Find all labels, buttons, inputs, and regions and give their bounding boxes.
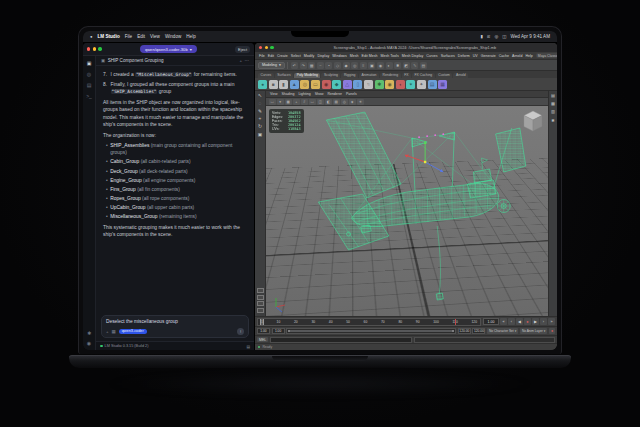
panel-menu-item[interactable]: Renderer: [327, 92, 342, 96]
res-gate-icon[interactable]: ◫: [317, 99, 324, 105]
discover-icon[interactable]: ◎: [87, 72, 91, 77]
maya-menu-item[interactable]: UV: [473, 54, 478, 58]
cone-icon[interactable]: ▲: [290, 80, 299, 89]
sphere-icon[interactable]: ●: [258, 80, 267, 89]
panel-menu-item[interactable]: Panels: [346, 92, 357, 96]
mel-language-toggle[interactable]: MEL: [257, 337, 268, 342]
eject-model-button[interactable]: Eject: [235, 46, 250, 53]
maya-menu-item[interactable]: Arnold: [512, 54, 522, 58]
playback-end-field[interactable]: 120.00: [458, 328, 471, 335]
plane-icon[interactable]: ▭: [311, 80, 320, 89]
menubar-item[interactable]: Window: [165, 34, 181, 39]
maya-menu-item[interactable]: Cache: [499, 54, 509, 58]
wifi-icon[interactable]: ≋: [487, 34, 491, 39]
send-button[interactable]: ↑: [237, 328, 244, 335]
maya-menu-item[interactable]: Select: [291, 54, 301, 58]
current-frame-marker[interactable]: [260, 319, 264, 325]
single-pane-layout-button[interactable]: [257, 288, 264, 293]
platonic-icon[interactable]: ◆: [332, 80, 341, 89]
scale-icon[interactable]: ▣: [258, 133, 263, 138]
lighting-icon[interactable]: ☀: [357, 99, 364, 105]
workspace-selector[interactable]: Maya Classic ▾: [536, 53, 557, 58]
soccer-icon[interactable]: ◉: [385, 80, 394, 89]
render-icon[interactable]: ◉: [377, 62, 384, 69]
menubar-item[interactable]: Edit: [137, 34, 145, 39]
cube-icon[interactable]: ■: [269, 80, 278, 89]
modeling-toolkit-icon[interactable]: ▦: [551, 102, 555, 106]
composer-input[interactable]: Deselect the miscellaneous group: [106, 319, 244, 324]
maya-menu-item[interactable]: Mesh Display: [402, 54, 424, 58]
move-icon[interactable]: +: [259, 117, 262, 122]
bookmarks-icon[interactable]: ▾: [277, 99, 284, 105]
anim-end-field[interactable]: 120.00: [472, 328, 485, 335]
pyramid-icon[interactable]: △: [343, 80, 352, 89]
plus-icon[interactable]: +: [106, 329, 109, 334]
search-icon[interactable]: ◎: [495, 34, 499, 39]
helix-icon[interactable]: ≈: [364, 80, 373, 89]
snap-grid-icon[interactable]: ▦: [308, 62, 315, 69]
pan-zoom-icon[interactable]: +: [293, 99, 300, 105]
maya-menu-item[interactable]: Edit: [268, 54, 274, 58]
character-set-dropdown[interactable]: No Character Set▾: [487, 328, 518, 335]
maya-menu-item[interactable]: File: [259, 54, 265, 58]
superellipse-icon[interactable]: ◖: [396, 80, 405, 89]
grid-icon[interactable]: #: [301, 99, 308, 105]
make-live-icon[interactable]: ◎: [351, 62, 358, 69]
3d-viewport[interactable]: Verts: 104858 Edges: 209372: [266, 106, 548, 316]
hypershade-icon[interactable]: ◩: [403, 62, 410, 69]
attribute-editor-icon[interactable]: ▥: [551, 110, 555, 114]
menubar-item[interactable]: View: [150, 34, 160, 39]
four-pane-layout-button[interactable]: [257, 295, 264, 300]
lock-camera-icon[interactable]: ▭: [269, 99, 276, 105]
playback-start-field[interactable]: 1.00: [272, 328, 285, 335]
maya-menu-item[interactable]: Create: [277, 54, 288, 58]
torus-icon[interactable]: ◎: [300, 80, 309, 89]
cylinder-icon[interactable]: ▮: [279, 80, 288, 89]
command-line-input[interactable]: [270, 337, 411, 343]
maya-menu-item[interactable]: Mesh Tools: [381, 54, 399, 58]
menubar-clock[interactable]: Wed Apr 9 9:41 AM: [511, 34, 551, 39]
hud-icon[interactable]: ▤: [420, 62, 427, 69]
current-time-field[interactable]: 1.00: [483, 318, 499, 325]
film-gate-icon[interactable]: ▭: [309, 99, 316, 105]
active-app-name[interactable]: LM Studio: [98, 34, 120, 39]
maya-menu-item[interactable]: Curves: [426, 54, 437, 58]
gate-mask-icon[interactable]: ◧: [325, 99, 332, 105]
tool-settings-icon[interactable]: ✱: [551, 119, 555, 123]
range-slider[interactable]: [286, 328, 456, 335]
maya-menu-item[interactable]: Modify: [304, 54, 315, 58]
maya-menu-item[interactable]: Display: [317, 54, 329, 58]
undo-icon[interactable]: ↶: [291, 62, 298, 69]
ipr-icon[interactable]: ◐: [386, 62, 393, 69]
ultra-icon[interactable]: ✦: [417, 80, 426, 89]
step-back-icon[interactable]: ‹: [508, 318, 515, 325]
resource-monitor-icon[interactable]: ▤: [246, 344, 250, 349]
gear-icon[interactable]: ✱: [375, 80, 384, 89]
new-chat-icon[interactable]: +: [240, 58, 243, 63]
zoom-button[interactable]: [98, 47, 101, 50]
anim-start-field[interactable]: 1.00: [257, 328, 270, 335]
lasso-icon[interactable]: ◌: [259, 102, 262, 107]
record-icon[interactable]: ●: [524, 318, 531, 325]
hud-toggle-icon[interactable]: ▤: [333, 99, 340, 105]
menubar-item[interactable]: File: [125, 34, 132, 39]
image-icon[interactable]: ▦: [112, 329, 116, 334]
split-pane-layout-button[interactable]: [257, 301, 264, 306]
more-options-icon[interactable]: ⋯: [245, 58, 249, 63]
chat-icon[interactable]: ▣: [87, 61, 92, 66]
apple-menu-icon[interactable]: ●: [90, 34, 93, 39]
paint-effects-icon[interactable]: ✎: [411, 62, 418, 69]
menu-set-dropdown[interactable]: Modeling ▾: [258, 62, 285, 69]
maya-menu-item[interactable]: Edit Mesh: [362, 54, 378, 58]
menubar-item[interactable]: Help: [186, 34, 195, 39]
snap-point-icon[interactable]: •: [325, 62, 332, 69]
select-icon[interactable]: ↖: [258, 94, 262, 99]
user-icon[interactable]: ◉: [87, 341, 91, 346]
brick-icon[interactable]: ▤: [428, 80, 437, 89]
maya-menu-item[interactable]: Windows: [332, 54, 347, 58]
pipe-icon[interactable]: ▯: [353, 80, 362, 89]
play-back-icon[interactable]: ◀: [516, 318, 523, 325]
models-icon[interactable]: ▤: [87, 83, 92, 88]
close-button[interactable]: [259, 46, 262, 49]
minimize-button[interactable]: [93, 47, 96, 50]
